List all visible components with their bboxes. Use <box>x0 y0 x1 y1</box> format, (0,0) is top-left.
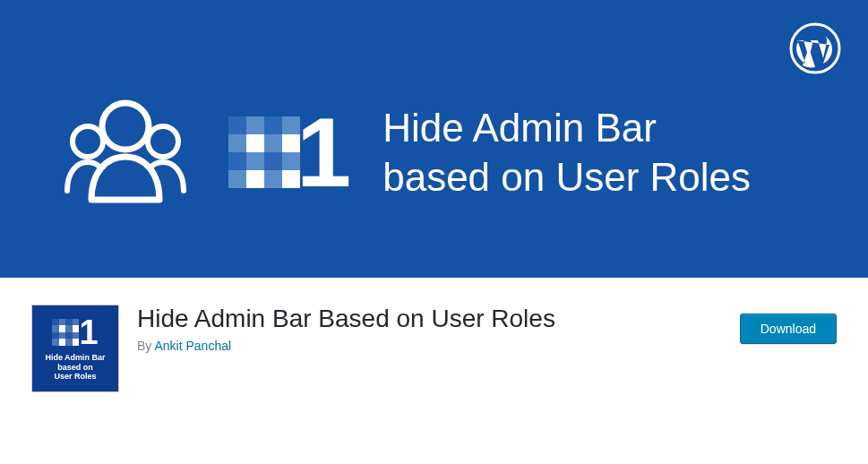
banner-title: Hide Admin Bar based on User Roles <box>382 103 751 202</box>
plugin-icon: 1 Hide Admin Bar based on User Roles <box>31 305 119 392</box>
plugin-header-section: 1 Hide Admin Bar based on User Roles Hid… <box>0 278 868 419</box>
banner-title-line1: Hide Admin Bar <box>382 106 657 150</box>
plugin-author-link[interactable]: Ankit Panchal <box>154 339 231 353</box>
number-one-label: 1 <box>296 103 351 202</box>
plugin-icon-caption: Hide Admin Bar based on User Roles <box>45 353 105 382</box>
plugin-icon-number: 1 <box>79 315 98 349</box>
plugin-icon-hash-one: 1 <box>52 315 98 349</box>
svg-point-2 <box>148 126 178 157</box>
plugin-banner: 1 Hide Admin Bar based on User Roles <box>0 0 868 278</box>
banner-content: 1 Hide Admin Bar based on User Roles <box>54 92 751 212</box>
wordpress-logo-icon <box>789 22 841 78</box>
hash-icon <box>228 116 300 188</box>
hash-one-graphic: 1 <box>228 103 351 202</box>
download-button[interactable]: Download <box>740 314 837 344</box>
small-hash-icon <box>52 319 79 346</box>
plugin-title: Hide Admin Bar Based on User Roles <box>137 305 722 333</box>
plugin-author-line: By Ankit Panchal <box>137 339 722 353</box>
plugin-info: Hide Admin Bar Based on User Roles By An… <box>137 305 722 353</box>
svg-point-3 <box>102 103 149 150</box>
people-group-icon <box>54 92 197 212</box>
svg-point-1 <box>73 126 103 157</box>
banner-title-line2: based on User Roles <box>382 155 751 199</box>
by-prefix: By <box>137 339 154 353</box>
